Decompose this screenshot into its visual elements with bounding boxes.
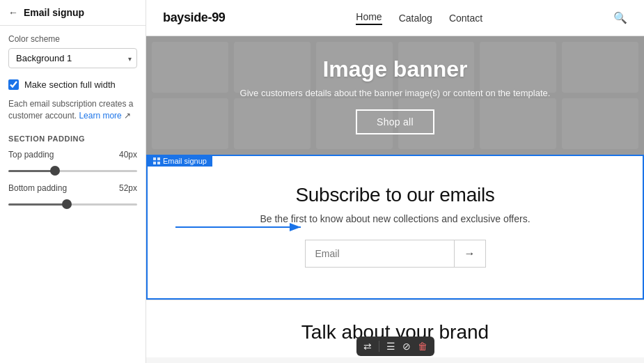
section-padding-heading: SECTION PADDING [0,128,146,147]
color-scheme-section: Color scheme Background 1 Background 2 A… [0,26,146,74]
store-nav: Home Catalog Contact [356,11,482,25]
color-scheme-select[interactable]: Background 1 Background 2 Accent 1 Accen… [8,48,137,68]
back-button[interactable]: ← [8,7,18,18]
learn-more-link[interactable]: Learn more [79,111,121,121]
image-banner: Image banner Give customers details abou… [146,36,644,155]
svg-rect-1 [157,157,160,160]
reorder-icon[interactable]: ☰ [386,341,395,352]
svg-rect-3 [157,162,160,164]
delete-icon[interactable]: 🗑 [418,341,427,352]
banner-title: Image banner [240,56,551,82]
signup-subtitle: Be the first to know about new collectio… [189,213,601,224]
email-input[interactable] [306,240,454,267]
banner-content: Image banner Give customers details abou… [226,43,565,148]
nav-item-home[interactable]: Home [356,11,382,25]
color-scheme-select-wrapper: Background 1 Background 2 Accent 1 Accen… [8,48,137,68]
panel-title: Email signup [24,7,84,18]
svg-rect-2 [153,162,156,164]
store-name: bayside-99 [163,10,225,25]
right-panel: bayside-99 Home Catalog Contact 🔍 Image … [146,0,644,363]
full-width-label: Make section full width [24,79,116,90]
top-padding-value: 40px [119,150,137,160]
top-padding-label: Top padding [8,150,54,160]
email-signup-badge: Email signup [148,155,212,167]
top-padding-slider[interactable] [8,170,137,172]
grid-icon [153,157,160,164]
shop-all-button[interactable]: Shop all [356,109,434,134]
email-submit-button[interactable]: → [454,240,485,267]
toolbar-popup: ⇄ ☰ ⊘ 🗑 [356,337,434,356]
signup-title: Subscribe to our emails [189,184,601,206]
search-icon[interactable]: 🔍 [613,11,627,24]
color-scheme-label: Color scheme [8,34,137,44]
hide-icon[interactable]: ⊘ [402,341,411,352]
email-signup-section[interactable]: Email signup Subscribe to our emails Be … [146,155,644,300]
top-padding-row: Top padding 40px [0,147,146,180]
email-signup-content: Subscribe to our emails Be the first to … [148,156,643,298]
bottom-padding-label: Bottom padding [8,183,67,193]
brand-section: Talk about your brand ⇄ ☰ ⊘ 🗑 [146,300,644,357]
banner-subtitle: Give customers details about the banner … [240,88,551,98]
nav-item-catalog[interactable]: Catalog [399,13,432,24]
panel-header: ← Email signup [0,0,146,26]
left-panel: ← Email signup Color scheme Background 1… [0,0,146,363]
full-width-checkbox-row: Make section full width [0,74,146,95]
email-input-row: → [305,240,486,268]
svg-rect-0 [153,157,156,160]
move-icon[interactable]: ⇄ [363,341,372,352]
bottom-padding-value: 52px [119,183,137,193]
bottom-padding-row: Bottom padding 52px [0,180,146,214]
full-width-checkbox[interactable] [8,79,19,90]
store-header: bayside-99 Home Catalog Contact 🔍 [146,0,644,36]
bottom-padding-slider[interactable] [8,203,137,206]
toolbar-divider [379,341,379,352]
info-text: Each email subscription creates a custom… [0,95,146,128]
preview-wrapper: Image banner Give customers details abou… [146,36,644,363]
nav-item-contact[interactable]: Contact [449,13,482,24]
